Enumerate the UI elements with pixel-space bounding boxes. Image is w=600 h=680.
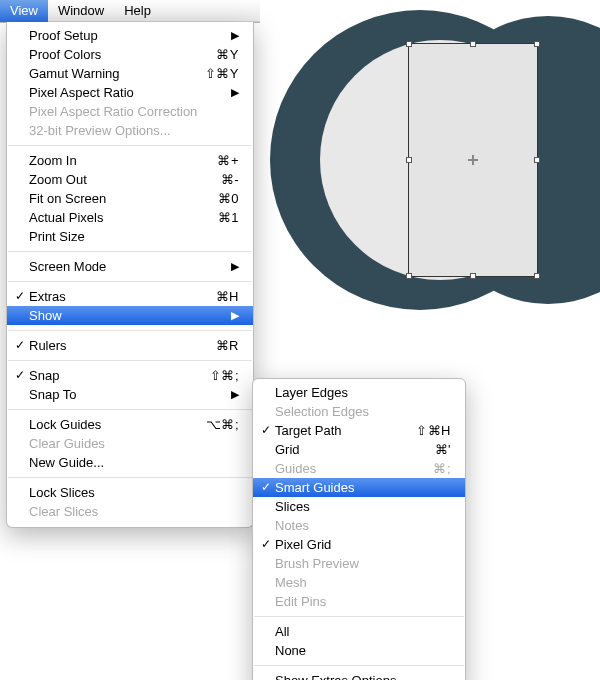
menu-item-label: Rulers	[27, 338, 204, 353]
transform-handle[interactable]	[534, 157, 540, 163]
checkmark-icon: ✓	[259, 535, 273, 554]
menu-item-label: Clear Guides	[27, 436, 239, 451]
menu-item-shortcut: ⌘-	[209, 172, 239, 187]
light-crescent-shape	[320, 40, 560, 280]
transform-handle[interactable]	[534, 41, 540, 47]
menubar-item-view[interactable]: View	[0, 0, 48, 22]
canvas-artwork	[270, 10, 590, 330]
submenu-arrow-icon: ▶	[227, 257, 239, 276]
view-menu-item-zoom-out[interactable]: Zoom Out⌘-	[7, 170, 253, 189]
show-submenu-item-all[interactable]: All	[253, 622, 465, 641]
menu-item-label: Screen Mode	[27, 259, 227, 274]
show-submenu-item-notes: Notes	[253, 516, 465, 535]
show-submenu-item-target-path[interactable]: ✓Target Path⇧⌘H	[253, 421, 465, 440]
transform-handle[interactable]	[470, 273, 476, 279]
menu-item-shortcut: ⌘Y	[204, 47, 239, 62]
view-menu-item-actual-pixels[interactable]: Actual Pixels⌘1	[7, 208, 253, 227]
menu-item-label: Show	[27, 308, 227, 323]
crescent-cut-shape	[418, 16, 600, 304]
view-menu-separator	[8, 409, 252, 410]
view-menu-item-clear-slices: Clear Slices	[7, 502, 253, 521]
submenu-arrow-icon: ▶	[227, 385, 239, 404]
view-menu-item-proof-setup[interactable]: Proof Setup▶	[7, 26, 253, 45]
menubar-item-help[interactable]: Help	[114, 0, 161, 22]
menu-item-shortcut: ⇧⌘H	[404, 423, 451, 438]
menu-item-label: Gamut Warning	[27, 66, 193, 81]
menu-item-label: Fit on Screen	[27, 191, 206, 206]
menu-item-label: Actual Pixels	[27, 210, 206, 225]
checkmark-icon: ✓	[13, 366, 27, 385]
view-menu-item-new-guide[interactable]: New Guide...	[7, 453, 253, 472]
menu-item-shortcut: ⌘1	[206, 210, 239, 225]
menubar: ViewWindowHelp	[0, 0, 260, 23]
menu-item-label: Print Size	[27, 229, 239, 244]
menu-item-label: Pixel Grid	[273, 537, 451, 552]
show-submenu-item-layer-edges[interactable]: Layer Edges	[253, 383, 465, 402]
show-submenu-item-pixel-grid[interactable]: ✓Pixel Grid	[253, 535, 465, 554]
show-submenu-separator	[254, 665, 464, 666]
view-menu-item-proof-colors[interactable]: Proof Colors⌘Y	[7, 45, 253, 64]
menu-item-label: Extras	[27, 289, 204, 304]
menu-item-shortcut: ⌘R	[204, 338, 239, 353]
menu-item-label: New Guide...	[27, 455, 239, 470]
show-submenu-item-grid[interactable]: Grid⌘'	[253, 440, 465, 459]
menu-item-label: Clear Slices	[27, 504, 239, 519]
menu-item-label: Pixel Aspect Ratio Correction	[27, 104, 239, 119]
view-menu-item-snap-to[interactable]: Snap To▶	[7, 385, 253, 404]
menu-item-label: Snap To	[27, 387, 227, 402]
menu-item-label: Smart Guides	[273, 480, 451, 495]
checkmark-icon: ✓	[13, 287, 27, 306]
transform-handle[interactable]	[406, 273, 412, 279]
show-submenu-item-none[interactable]: None	[253, 641, 465, 660]
menu-item-shortcut: ⌥⌘;	[194, 417, 239, 432]
view-menu-item-pixel-aspect-ratio[interactable]: Pixel Aspect Ratio▶	[7, 83, 253, 102]
checkmark-icon: ✓	[259, 478, 273, 497]
menu-item-shortcut: ⇧⌘Y	[193, 66, 239, 81]
view-menu-item-snap[interactable]: ✓Snap⇧⌘;	[7, 366, 253, 385]
view-menu-separator	[8, 360, 252, 361]
checkmark-icon: ✓	[259, 421, 273, 440]
show-submenu-separator	[254, 616, 464, 617]
view-menu-separator	[8, 251, 252, 252]
view-menu-item-gamut-warning[interactable]: Gamut Warning⇧⌘Y	[7, 64, 253, 83]
view-menu-item-rulers[interactable]: ✓Rulers⌘R	[7, 336, 253, 355]
menu-item-shortcut: ⌘;	[421, 461, 451, 476]
menu-item-shortcut: ⌘H	[204, 289, 239, 304]
selected-rectangle[interactable]	[408, 43, 538, 277]
view-menu-item-lock-guides[interactable]: Lock Guides⌥⌘;	[7, 415, 253, 434]
show-submenu-item-mesh: Mesh	[253, 573, 465, 592]
transform-handle[interactable]	[406, 41, 412, 47]
menu-item-label: Selection Edges	[273, 404, 451, 419]
menu-item-label: Zoom In	[27, 153, 205, 168]
submenu-arrow-icon: ▶	[227, 26, 239, 45]
menu-item-label: Zoom Out	[27, 172, 209, 187]
menu-item-label: Show Extras Options...	[273, 673, 451, 680]
menu-item-label: Mesh	[273, 575, 451, 590]
show-submenu-item-show-extras-options[interactable]: Show Extras Options...	[253, 671, 465, 680]
menu-item-label: Proof Setup	[27, 28, 227, 43]
menubar-item-window[interactable]: Window	[48, 0, 114, 22]
view-menu-item-fit-on-screen[interactable]: Fit on Screen⌘0	[7, 189, 253, 208]
view-menu-item-print-size[interactable]: Print Size	[7, 227, 253, 246]
transform-handle[interactable]	[534, 273, 540, 279]
show-submenu-item-slices[interactable]: Slices	[253, 497, 465, 516]
menu-item-label: Slices	[273, 499, 451, 514]
menu-item-shortcut: ⌘0	[206, 191, 239, 206]
transform-handle[interactable]	[470, 41, 476, 47]
view-menu-item-screen-mode[interactable]: Screen Mode▶	[7, 257, 253, 276]
menu-item-label: Guides	[273, 461, 421, 476]
transform-center-icon[interactable]	[468, 155, 478, 165]
view-menu-item-zoom-in[interactable]: Zoom In⌘+	[7, 151, 253, 170]
view-menu-separator	[8, 281, 252, 282]
menu-item-label: None	[273, 643, 451, 658]
view-menu: Proof Setup▶Proof Colors⌘YGamut Warning⇧…	[6, 22, 254, 528]
show-submenu-item-smart-guides[interactable]: ✓Smart Guides	[253, 478, 465, 497]
menu-item-shortcut: ⌘'	[423, 442, 451, 457]
view-menu-separator	[8, 330, 252, 331]
view-menu-item-show[interactable]: Show▶	[7, 306, 253, 325]
menu-item-shortcut: ⌘+	[205, 153, 239, 168]
view-menu-item-lock-slices[interactable]: Lock Slices	[7, 483, 253, 502]
view-menu-separator	[8, 477, 252, 478]
view-menu-item-extras[interactable]: ✓Extras⌘H	[7, 287, 253, 306]
transform-handle[interactable]	[406, 157, 412, 163]
